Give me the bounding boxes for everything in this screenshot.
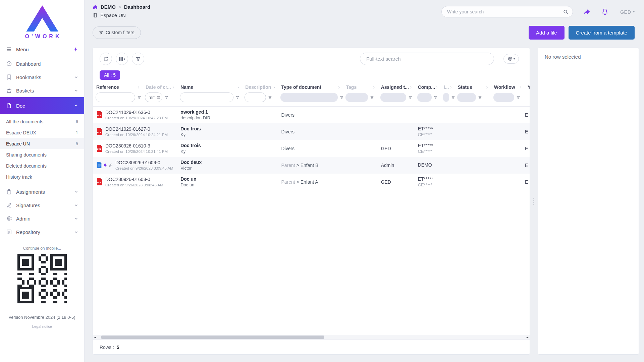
add-file-button[interactable]: Add a file (529, 26, 565, 40)
funnel-icon[interactable] (408, 96, 412, 100)
column-header-date[interactable]: ›Date of cr... (142, 83, 177, 92)
column-header-edge[interactable]: Y... (524, 83, 530, 92)
column-header-status[interactable]: ›Status (454, 83, 491, 92)
horizontal-scrollbar[interactable]: ◄ ► (93, 335, 530, 340)
sidebar-item-signatures[interactable]: Signatures (0, 198, 84, 212)
sidebar-item-dashboard[interactable]: Dashboard (0, 57, 84, 70)
filter-reference-input[interactable] (96, 93, 135, 102)
user-menu[interactable]: GED ▾ (620, 9, 635, 15)
sidebar-item-admin[interactable]: Admin (0, 212, 84, 225)
table-filter-row (93, 92, 530, 107)
scroll-right-arrow[interactable]: ► (526, 336, 530, 339)
menu-toggle[interactable]: Menu (0, 42, 84, 57)
document-created: Created on 10/29/2024 10:24:21 PM (105, 133, 168, 137)
share-icon[interactable] (583, 8, 591, 16)
clipped-cell: E (524, 123, 530, 140)
funnel-icon[interactable] (340, 96, 342, 100)
sidebar-item-baskets[interactable]: Baskets (0, 84, 84, 97)
sidebar-item-sharing-documents[interactable]: Sharing documents (0, 149, 84, 160)
sidebar-item-bookmarks[interactable]: Bookmarks (0, 70, 84, 84)
grid-settings-button[interactable]: ▾ (503, 54, 519, 64)
filter-company-select[interactable] (417, 93, 432, 102)
refresh-button[interactable] (100, 53, 112, 65)
fulltext-search[interactable] (360, 53, 494, 65)
document-reference[interactable]: DOC241029-01627-0 (105, 126, 168, 132)
sidebar-item-deleted-documents[interactable]: Deleted documents (0, 160, 84, 171)
sidebar-item-label: Dashboard (16, 61, 41, 67)
sidebar-item-all-the-documents[interactable]: All the documents 6 (0, 116, 84, 127)
sidebar-item-history-track[interactable]: History track (0, 171, 84, 182)
funnel-icon[interactable] (137, 96, 141, 100)
home-icon[interactable] (93, 4, 98, 10)
count-badge: 5 (76, 141, 78, 146)
legal-notice-link[interactable]: Legal notice (32, 324, 52, 328)
filter-workflow-select[interactable] (493, 93, 514, 102)
table-row[interactable]: PDF DOC241029-01627-0 Created on 10/29/2… (93, 123, 530, 140)
sidebar-footer: Continue on mobile... version Novembre 2… (0, 246, 84, 362)
column-header-company[interactable]: ›Comp... (415, 83, 440, 92)
funnel-icon[interactable] (478, 96, 482, 100)
assigned-value: GED (378, 140, 415, 157)
funnel-icon[interactable] (268, 96, 272, 100)
sort-chevron-icon: › (237, 84, 239, 90)
filter-i-select[interactable] (443, 93, 449, 102)
table-row[interactable]: DOC230926-01609-0 Created on 9/26/2023 3… (93, 157, 530, 174)
scroll-left-arrow[interactable]: ◄ (93, 336, 97, 339)
funnel-icon (99, 31, 103, 35)
table-row[interactable]: PDF DOC230926-01608-0 Created on 9/26/20… (93, 174, 530, 190)
svg-text:PDF: PDF (97, 131, 102, 133)
scrollbar-track[interactable] (97, 335, 526, 340)
column-header-tags[interactable]: ›Tags (343, 83, 378, 92)
filter-tags-select[interactable] (345, 93, 368, 102)
tab-all-documents[interactable]: All : 5 (100, 70, 120, 80)
filter-description-input[interactable] (245, 93, 266, 102)
document-reference[interactable]: DOC230926-01610-3 (105, 143, 168, 148)
create-template-button[interactable]: Create from a template (569, 26, 635, 40)
bell-icon[interactable] (601, 8, 609, 16)
column-header-i[interactable]: ›I... (440, 83, 454, 92)
panel-resize-handle[interactable] (533, 198, 535, 205)
funnel-icon[interactable] (235, 96, 239, 100)
filter-button[interactable] (132, 53, 144, 65)
filter-date-input[interactable] (145, 93, 162, 102)
type-value: Divers (281, 129, 294, 134)
filter-type-select[interactable] (280, 93, 338, 102)
table-row[interactable]: PDF DOC230926-01610-3 Created on 10/29/2… (93, 140, 530, 157)
table-row[interactable]: PDF DOC241029-01636-0 Created on 10/29/2… (93, 107, 530, 123)
column-header-description[interactable]: ›Description (242, 83, 278, 92)
scrollbar-thumb[interactable] (101, 336, 324, 339)
document-reference[interactable]: DOC230926-01608-0 (105, 177, 163, 182)
gear-icon (507, 56, 513, 61)
global-search-input[interactable] (447, 9, 563, 14)
column-header-assigned[interactable]: ›Assigned t... (378, 83, 415, 92)
breadcrumb-current[interactable]: Dashboard (124, 4, 150, 10)
filter-status-select[interactable] (457, 93, 476, 102)
funnel-icon[interactable] (516, 96, 520, 100)
document-reference[interactable]: DOC241029-01636-0 (105, 110, 168, 115)
global-search[interactable] (441, 6, 573, 17)
sidebar-item-espace-un[interactable]: Espace UN 5 (0, 138, 84, 149)
funnel-icon[interactable] (164, 96, 168, 100)
company-value: ET***** (418, 126, 438, 131)
column-header-name[interactable]: ›Name (177, 83, 242, 92)
custom-filters-button[interactable]: Custom filters (93, 26, 141, 39)
filter-name-input[interactable] (180, 93, 233, 102)
column-header-workflow[interactable]: ›Workflow (491, 83, 524, 92)
sidebar-item-assignments[interactable]: Assignments (0, 185, 84, 198)
filter-assigned-select[interactable] (380, 93, 406, 102)
sidebar-item-repository[interactable]: Repository (0, 225, 84, 239)
pin-icon[interactable] (73, 47, 78, 52)
funnel-icon[interactable] (451, 96, 454, 100)
search-icon[interactable] (563, 9, 569, 15)
funnel-icon[interactable] (434, 96, 438, 100)
column-header-type[interactable]: ›Type of document (278, 83, 342, 92)
document-reference[interactable]: DOC230926-01609-0 (115, 160, 173, 165)
sidebar-item-espace-deux[interactable]: Espace DEUX 1 (0, 127, 84, 138)
sidebar-item-doc[interactable]: Doc (0, 97, 84, 114)
chevron-down-icon (74, 88, 78, 93)
breadcrumb-root[interactable]: DEMO (101, 4, 116, 10)
funnel-icon[interactable] (370, 96, 374, 100)
fulltext-search-input[interactable] (366, 56, 488, 62)
column-header-reference[interactable]: ›Reference (93, 83, 142, 92)
columns-button[interactable]: ▾ (116, 53, 128, 65)
